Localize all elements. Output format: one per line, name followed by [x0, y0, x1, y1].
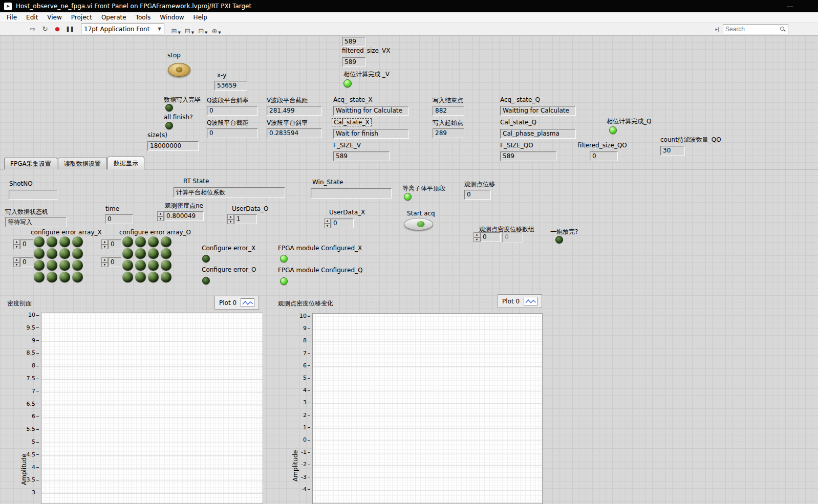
led-array-element[interactable]	[135, 236, 146, 247]
search-box[interactable]	[723, 24, 788, 34]
chart1-plot-area[interactable]	[41, 313, 263, 504]
stop-button[interactable]	[168, 63, 190, 77]
run-continuous-button[interactable]: ↻	[39, 24, 51, 35]
cfg-err-x-led[interactable]	[202, 255, 210, 262]
led-array-element[interactable]	[72, 272, 83, 282]
obs-density-array-spinner[interactable]	[473, 232, 480, 242]
minimize-button[interactable]: —	[787, 3, 793, 10]
distribute-objects-dropdown[interactable]: ⊟▼	[183, 24, 196, 35]
led-array-element[interactable]	[135, 248, 146, 259]
cfg-err-array-x-index1-spinner[interactable]	[13, 239, 20, 249]
led-array-element[interactable]	[161, 272, 171, 282]
time-value[interactable]: 0	[105, 214, 133, 224]
cfg-err-array-o-index1-spinner[interactable]	[101, 239, 108, 249]
one-shot-done-led[interactable]	[555, 236, 563, 244]
tab-0[interactable]: FPGA采集设置	[4, 158, 57, 169]
obs-density-array-element[interactable]: 0	[502, 232, 523, 243]
q-intercept-value[interactable]: 0	[207, 128, 258, 138]
menu-item-help[interactable]: Help	[189, 12, 212, 22]
plasma-flat-led[interactable]	[404, 193, 412, 201]
cfg-err-o-led[interactable]	[202, 277, 210, 284]
led-array-element[interactable]	[148, 272, 159, 282]
led-array-element[interactable]	[47, 272, 57, 282]
cfg-err-array-x-index1[interactable]: 0	[20, 239, 33, 249]
filtered-size-vx-top-value[interactable]: 589	[342, 37, 365, 47]
led-array-element[interactable]	[122, 248, 133, 259]
resize-objects-dropdown[interactable]: ⊡▼	[196, 24, 209, 35]
fpga-cfg-q-led[interactable]	[280, 277, 288, 285]
led-array-element[interactable]	[59, 236, 70, 247]
userdata-o-value[interactable]: 1	[234, 214, 257, 224]
size-s-value[interactable]: 18000000	[147, 141, 199, 151]
v-intercept-value[interactable]: 281.499	[267, 106, 322, 116]
shotno-value[interactable]	[9, 190, 57, 200]
led-array-element[interactable]	[34, 260, 45, 271]
cfg-err-array-x-index2[interactable]: 0	[20, 257, 33, 267]
led-array-element[interactable]	[122, 260, 133, 271]
led-array-element[interactable]	[135, 260, 146, 271]
phase-done-q-led[interactable]	[609, 126, 617, 134]
f-size-v-value[interactable]: 589	[333, 151, 390, 161]
acq-state-q-value[interactable]: Waitting for Calculate	[500, 106, 576, 116]
led-array-element[interactable]	[161, 236, 171, 247]
led-array-element[interactable]	[72, 260, 83, 271]
all-finish-led[interactable]	[165, 122, 173, 129]
obs-density-ne-spinner[interactable]	[157, 211, 164, 221]
abort-button[interactable]: ●	[52, 24, 63, 35]
menu-item-project[interactable]: Project	[67, 12, 97, 22]
menu-item-file[interactable]: File	[2, 12, 21, 22]
tab-2[interactable]: 数据显示	[107, 157, 144, 169]
xy-value[interactable]: 53659	[214, 81, 247, 91]
menu-item-tools[interactable]: Tools	[131, 12, 156, 22]
f-size-qo-value[interactable]: 589	[500, 151, 556, 161]
win-state-value[interactable]	[311, 188, 392, 199]
userdata-x-value[interactable]: 0	[331, 218, 354, 228]
search-input[interactable]	[725, 26, 780, 33]
led-array-element[interactable]	[161, 248, 171, 259]
led-array-element[interactable]	[34, 248, 45, 259]
cal-state-x-value[interactable]: Wait for finish	[333, 129, 409, 139]
rt-state-value[interactable]: 计算平台相位系数	[174, 187, 285, 198]
led-array-element[interactable]	[148, 260, 159, 271]
led-array-element[interactable]	[148, 236, 159, 247]
chart1-legend[interactable]: Plot 0	[214, 296, 259, 310]
cfg-err-array-o-index1[interactable]: 0	[108, 239, 121, 249]
write-end-value[interactable]: 882	[433, 106, 464, 116]
q-slope-value[interactable]: 0	[207, 106, 258, 116]
led-array-element[interactable]	[47, 248, 57, 259]
led-array-element[interactable]	[72, 248, 83, 259]
cfg-err-array-x-index2-spinner[interactable]	[13, 257, 20, 267]
pause-button[interactable]: ❚❚	[64, 24, 75, 35]
menu-item-view[interactable]: View	[42, 12, 66, 22]
userdata-o-spinner[interactable]	[227, 214, 234, 224]
start-acq-button[interactable]	[404, 218, 433, 230]
cfg-err-array-o-index2-spinner[interactable]	[101, 257, 108, 267]
phase-done-v-led[interactable]	[343, 79, 352, 87]
led-array-element[interactable]	[59, 260, 70, 271]
led-array-element[interactable]	[72, 236, 83, 247]
obs-density-array-index[interactable]: 0	[480, 232, 501, 242]
write-start-value[interactable]: 289	[433, 128, 464, 138]
fpga-cfg-x-led[interactable]	[280, 255, 288, 262]
userdata-x-spinner[interactable]	[324, 218, 331, 228]
chart2-legend[interactable]: Plot 0	[498, 294, 542, 308]
led-array-element[interactable]	[59, 248, 70, 259]
acq-state-x-value[interactable]: Waitting for Calculate	[333, 106, 409, 116]
led-array-element[interactable]	[34, 236, 45, 247]
led-array-element[interactable]	[59, 272, 70, 282]
obs-density-ne-value[interactable]: 0.800049	[164, 211, 204, 221]
run-button[interactable]: ⇨	[27, 24, 38, 35]
v-slope-value[interactable]: 0.283594	[267, 128, 322, 138]
led-array-element[interactable]	[161, 260, 171, 271]
chart2-plot-area[interactable]	[312, 313, 543, 504]
menu-item-window[interactable]: Window	[155, 12, 188, 22]
led-array-element[interactable]	[47, 260, 57, 271]
reorder-dropdown[interactable]: ⊛▼	[209, 24, 223, 35]
led-array-element[interactable]	[34, 272, 45, 282]
font-selector-dropdown[interactable]: 17pt Application Font ▼	[81, 24, 164, 34]
led-array-element[interactable]	[122, 272, 133, 282]
align-objects-dropdown[interactable]: ⊞▼	[169, 24, 183, 35]
led-array-element[interactable]	[135, 272, 146, 282]
search-icon[interactable]	[780, 26, 786, 32]
filtered-size-vx-value[interactable]: 589	[342, 57, 365, 67]
